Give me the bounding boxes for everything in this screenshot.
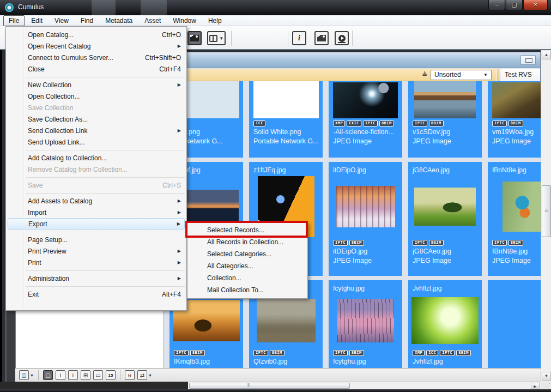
window-titlebar: Cumulus – ▢ × xyxy=(0,0,551,15)
menu-item-add-catalog-to-collection[interactable]: Add Catalog to Collection... xyxy=(6,152,186,164)
record-filetype: JPEG Image xyxy=(492,257,541,266)
menu-file[interactable]: File xyxy=(3,15,25,26)
sort-direction-icon[interactable]: ≜ xyxy=(422,71,427,79)
menu-item-page-setup[interactable]: Page Setup... xyxy=(6,234,186,245)
record-thumbnail[interactable] xyxy=(333,82,398,118)
menu-item-print-preview[interactable]: Print Preview▶ xyxy=(6,245,186,257)
menu-item-close[interactable]: CloseCtrl+F4 xyxy=(6,63,186,75)
menu-metadata[interactable]: Metadata xyxy=(100,15,138,26)
menu-item-print[interactable]: Print▶ xyxy=(6,257,186,268)
record-thumbnail[interactable] xyxy=(414,188,476,226)
record-tile[interactable]: jG8CAeo.jpgIPTC8BIMjG8CAeo.jpgJPEG Image xyxy=(408,162,482,276)
menu-item-export[interactable]: Export▶ xyxy=(8,218,185,230)
record-thumbnail[interactable] xyxy=(253,81,319,118)
record-top-filename: IBnNt8e.jpg xyxy=(492,162,541,175)
record-thumbnail[interactable] xyxy=(502,182,542,232)
menu-item-open-catalog[interactable]: Open Catalog...Ctrl+O xyxy=(6,29,186,40)
menu-item-remove-catalog-from-collection: Remove Catalog from Collection... xyxy=(6,164,186,175)
record-tile[interactable]: itDEipO.jpgIPTC8BIMitDEipO.jpgJPEG Image xyxy=(329,162,402,276)
submenu-arrow-icon: ▶ xyxy=(178,44,181,49)
record-thumbnail[interactable] xyxy=(336,186,395,227)
horizontal-scroll-thumb[interactable] xyxy=(189,383,350,389)
scroll-up-arrow[interactable]: ▲ xyxy=(542,51,551,59)
vertical-scrollbar[interactable]: ▲ ▼ xyxy=(541,50,551,382)
menu-item-open-recent-catalog[interactable]: Open Recent Catalog▶ xyxy=(6,40,186,52)
record-thumbnail[interactable] xyxy=(257,299,316,342)
menu-help[interactable]: Help xyxy=(203,15,227,26)
thumbnail-view-icon[interactable] xyxy=(187,31,202,45)
scroll-down-arrow[interactable]: ▼ xyxy=(542,372,551,381)
menu-item-exit[interactable]: ExitAlt+F4 xyxy=(6,288,186,300)
menu-item-send-collection-link[interactable]: Send Collection Link▶ xyxy=(6,125,186,136)
submenu-item-mail-collection-to[interactable]: Mail Collection To... xyxy=(187,284,307,296)
record-thumbnail[interactable] xyxy=(337,299,394,342)
sort-dropdown[interactable]: Unsorted ▼ xyxy=(431,70,492,80)
menu-item-new-collection[interactable]: New Collection▶ xyxy=(6,79,186,91)
minimize-button[interactable]: – xyxy=(488,0,505,10)
file-menu: Open Catalog...Ctrl+O Open Recent Catalo… xyxy=(5,26,187,311)
record-tile[interactable]: IPTC8BIMv1cSDov.jpgJPEG Image xyxy=(408,81,482,158)
metadata-badge-iptc: IPTC xyxy=(413,120,427,126)
info-view-icon[interactable]: i xyxy=(56,370,65,380)
details-view-icon[interactable]: i xyxy=(68,370,78,380)
metadata-badge-8bim: 8BIM xyxy=(456,350,471,356)
preview-window-icon[interactable] xyxy=(314,31,329,45)
metadata-badge-iptc: IPTC xyxy=(492,240,507,246)
menu-item-import[interactable]: Import▶ xyxy=(6,207,186,218)
maximize-button[interactable]: ▢ xyxy=(506,0,523,10)
view-mode-toolbar: ◫▼▢ii⊞▭15⊎⇄▼ xyxy=(15,368,541,382)
metadata-badges: IPTC8BIM xyxy=(333,348,398,358)
menu-window[interactable]: Window xyxy=(167,15,202,26)
submenu-item-selected-categories[interactable]: Selected Categories... xyxy=(187,248,307,260)
vertical-scroll-thumb[interactable] xyxy=(542,185,551,237)
menu-item-send-upload-link[interactable]: Send Upload Link... xyxy=(6,136,186,148)
window-bottom-frame: ▶ xyxy=(0,382,551,389)
metadata-badge-xmp: XMP xyxy=(333,120,345,126)
menu-item-add-assets-to-catalog[interactable]: Add Assets to Catalog▶ xyxy=(6,195,186,207)
record-thumbnail[interactable] xyxy=(492,82,541,118)
submenu-item-all-categories[interactable]: All Categories... xyxy=(187,260,307,272)
grid-view-icon[interactable]: ⊞ xyxy=(81,370,90,380)
scroll-right-arrow[interactable]: ▶ xyxy=(531,383,540,389)
record-filetype: JPEG Image xyxy=(333,137,398,147)
metadata-badge-8bim: 8BIM xyxy=(508,240,523,246)
workflow-icon[interactable]: ⇄ xyxy=(137,370,147,380)
record-tile[interactable]: ICCSolid White.pngPortable Network G... xyxy=(249,81,323,158)
menu-item-administration[interactable]: Administration▶ xyxy=(6,273,186,284)
view-layout-icon[interactable]: ◫ xyxy=(19,370,29,380)
menu-item-connect-to-server[interactable]: Connect to Cumulus Server...Ctrl+Shift+O xyxy=(6,52,186,63)
video-window-icon[interactable] xyxy=(335,31,349,45)
record-filename: itDEipO.jpg xyxy=(333,248,398,257)
view-layout-icon[interactable]: ▼ xyxy=(207,31,226,45)
record-thumbnail[interactable] xyxy=(414,81,476,118)
menu-item-save-collection-as[interactable]: Save Collection As... xyxy=(6,113,186,125)
record-thumbnail[interactable] xyxy=(411,297,479,344)
calendar-view-icon[interactable]: 15 xyxy=(106,370,116,380)
submenu-item-collection[interactable]: Collection... xyxy=(187,272,307,284)
metadata-badges xyxy=(492,348,541,358)
record-tile[interactable]: XMPEXIFIPTC8BIM-All-science-fiction...JP… xyxy=(329,81,402,158)
menu-asset[interactable]: Asset xyxy=(139,15,166,26)
basket-icon[interactable]: ⊎ xyxy=(125,370,135,380)
record-filename xyxy=(492,358,541,367)
record-tile[interactable]: fcytghu.jpgIPTC8BIMfcytghu.jpg xyxy=(329,280,402,369)
metadata-badges: XMPEXIFIPTC8BIM xyxy=(333,118,398,128)
preview-view-icon[interactable]: ▭ xyxy=(93,370,103,380)
menu-item-open-collection[interactable]: Open Collection... xyxy=(6,91,186,102)
submenu-item-all-records-in-collection[interactable]: All Records in Collection... xyxy=(187,236,307,248)
record-tile[interactable]: IPTC8BIMvm19Woa.jpgJPEG Image xyxy=(488,81,541,158)
record-tile[interactable] xyxy=(488,280,541,369)
collapse-button[interactable] xyxy=(520,55,536,65)
info-window-icon[interactable]: i xyxy=(292,31,306,45)
record-tile[interactable]: JvhflzI.jpgXMPICCIPTC8BIMJvhflzI.jpg xyxy=(408,280,482,369)
menu-edit[interactable]: Edit xyxy=(26,15,48,26)
close-button[interactable]: × xyxy=(523,0,548,10)
record-filename: QIzvib0.jpg xyxy=(253,358,318,367)
record-tile[interactable]: IBnNt8e.jpgIPTC8BIMIBnNt8e.jpgJPEG Image xyxy=(488,162,541,276)
menu-find[interactable]: Find xyxy=(75,15,99,26)
thumbnail-view-icon[interactable]: ▢ xyxy=(43,370,53,380)
horizontal-scrollbar[interactable]: ▶ xyxy=(188,382,541,389)
resize-grip[interactable]: ⋰ xyxy=(541,382,551,389)
menu-view[interactable]: View xyxy=(49,15,74,26)
record-view-set-button[interactable]: Test RVS xyxy=(500,69,540,81)
